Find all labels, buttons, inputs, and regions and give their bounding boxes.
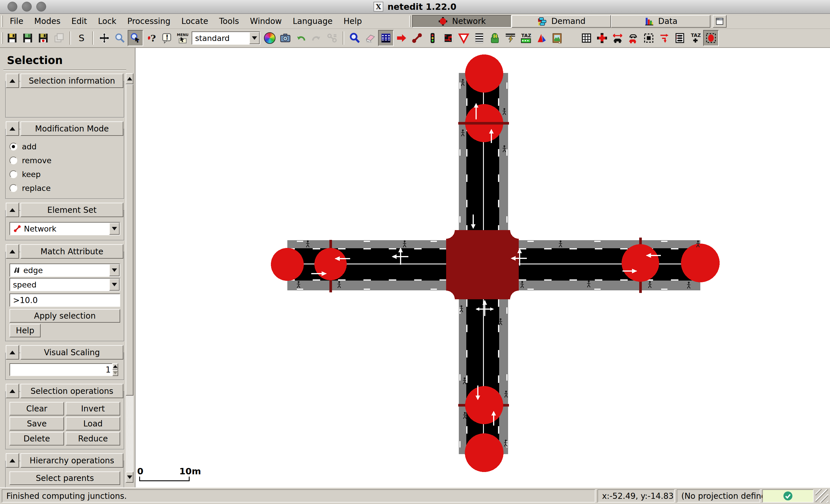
junction-bubble[interactable] [314,248,347,280]
collapse-button[interactable] [6,73,19,88]
visual-scaling-input[interactable] [9,363,113,376]
reduce-button[interactable]: Reduce [66,432,120,445]
save-network-button[interactable] [4,30,20,46]
menu-file[interactable]: File [4,15,29,27]
combo-dropdown-button[interactable] [109,223,120,235]
load-button[interactable]: Load [66,417,120,431]
sidebar-scrollbar[interactable] [126,73,133,483]
scroll-up-button[interactable] [126,73,133,84]
toolbar-grip[interactable] [1,32,3,44]
clear-button[interactable]: Clear [9,402,64,415]
collapse-button[interactable] [6,244,19,259]
spin-down-button[interactable] [113,370,118,376]
message-window-button[interactable]: ! [159,30,174,46]
group-header-element-set[interactable]: Element Set [21,203,123,217]
combo-dropdown-button[interactable] [109,264,120,276]
match-expression-input[interactable] [9,293,120,307]
connection-mode-button[interactable] [440,30,456,46]
radio-add[interactable]: add [9,139,120,153]
move-mode-button[interactable] [394,30,409,46]
zoom-cursor-button[interactable] [128,30,143,46]
group-header-selection-operations[interactable]: Selection operations [21,384,123,398]
minimize-button[interactable] [22,2,32,11]
lock-edge-button[interactable] [610,30,626,46]
delete-mode-button[interactable] [362,30,378,46]
menu-modes[interactable]: Modes [29,15,66,27]
menu-locate[interactable]: Locate [176,15,214,27]
match-attribute-combobox[interactable]: speed [9,278,120,291]
apply-selection-button[interactable]: Apply selection [9,309,120,323]
menu-lock[interactable]: Lock [93,15,122,27]
spin-up-button[interactable] [113,363,118,370]
toolbar-grip[interactable] [409,15,411,27]
save-button[interactable]: Save [9,417,64,431]
combo-dropdown-button[interactable] [249,32,260,44]
lock-junction-button[interactable] [594,30,610,46]
group-header-selection-information[interactable]: Selection information [21,73,123,88]
resize-grip[interactable] [816,489,828,503]
lock-taz-button[interactable]: TAZ [688,30,703,46]
collapse-button[interactable] [6,203,19,217]
group-header-hierarchy-operations[interactable]: Hierarchy operations [21,453,123,468]
edit-coloring-schemes-button[interactable] [262,30,278,46]
radio-button-icon[interactable] [9,170,17,178]
menu-processing[interactable]: Processing [122,15,176,27]
additional-mode-button[interactable]: H [487,30,503,46]
menu-window[interactable]: Window [245,15,287,27]
whats-this-help-button[interactable]: ? [143,30,159,46]
menu-help[interactable]: Help [338,15,368,27]
junction-bubble[interactable] [621,244,659,282]
group-header-modification-mode[interactable]: Modification Mode [21,121,123,136]
wire-mode-button[interactable] [503,30,518,46]
create-edge-mode-button[interactable] [409,30,425,46]
zoom-extent-button[interactable] [112,30,128,46]
scroll-down-button[interactable] [126,472,133,483]
toggle-grid-button[interactable] [579,30,594,46]
junction-bubble[interactable] [271,248,304,281]
collapse-button[interactable] [6,384,19,398]
lock-additional-button[interactable] [641,30,657,46]
junction-bubble[interactable] [465,433,504,472]
menu-toggle-button[interactable]: MENU [174,30,190,46]
lock-poi-button[interactable] [703,30,719,46]
collapse-button[interactable] [6,345,19,359]
new-view-window-button[interactable] [713,15,727,28]
network-view[interactable]: 0 10m [135,48,830,487]
traffic-light-mode-button[interactable] [425,30,440,46]
taz-mode-button[interactable]: TAZ [518,30,534,46]
shape-mode-button[interactable] [534,30,549,46]
match-tag-combobox[interactable]: edge [9,263,120,277]
radio-button-icon[interactable] [9,184,17,192]
group-header-visual-scaling[interactable]: Visual Scaling [21,345,123,359]
menu-tools[interactable]: Tools [214,15,245,27]
select-mode-button[interactable] [378,30,394,46]
collapse-button[interactable] [6,121,19,136]
scrollbar-track[interactable] [126,396,133,472]
view-scheme-combobox[interactable]: standard [192,31,260,45]
decal-mode-button[interactable] [549,30,565,46]
network-canvas[interactable]: 0 10m [135,48,830,487]
radio-button-icon[interactable] [9,157,17,164]
lock-connection-button[interactable] [657,30,672,46]
undo-button[interactable] [293,30,309,46]
close-button[interactable] [7,2,17,11]
geo-status-indicator[interactable] [762,489,813,503]
prohibition-mode-button[interactable] [456,30,472,46]
supermode-demand-button[interactable]: Demand [512,15,611,28]
junction-bubble[interactable] [465,55,503,93]
move-view-button[interactable] [97,30,112,46]
supermode-network-button[interactable]: Network [412,15,512,28]
radio-replace[interactable]: replace [9,181,120,195]
delete-button[interactable]: Delete [9,432,64,445]
save-demand-button[interactable] [35,30,51,46]
inspect-mode-button[interactable] [347,30,362,46]
snapshot-button[interactable] [278,30,293,46]
invert-button[interactable]: Invert [66,402,120,415]
supermode-data-button[interactable]: Data [611,15,710,28]
menu-edit[interactable]: Edit [66,15,93,27]
save-additionals-button[interactable] [20,30,35,46]
visual-scaling-spinner[interactable] [9,363,71,376]
help-button[interactable]: Help [9,324,41,337]
group-header-match-attribute[interactable]: Match Attribute [21,244,123,259]
junction-bubble[interactable] [681,244,720,282]
